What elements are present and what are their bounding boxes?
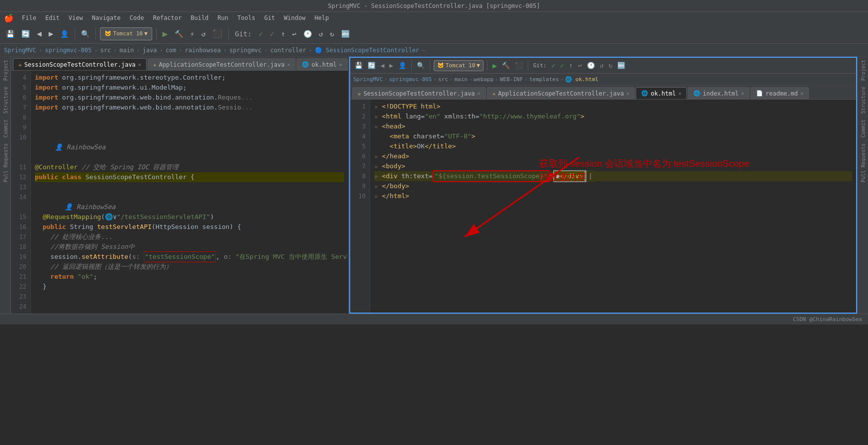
- menu-navigate[interactable]: Navigate: [88, 13, 125, 22]
- stop-button[interactable]: ⬛: [210, 28, 224, 39]
- rbc-project[interactable]: springmvc-005: [389, 76, 432, 83]
- bc-src[interactable]: src: [100, 47, 111, 54]
- bc-springmvc2[interactable]: springmvc: [229, 47, 262, 54]
- right-stop-icon[interactable]: ⬛: [513, 61, 524, 70]
- rcode-line4: <meta charset="UTF-8">: [374, 131, 852, 141]
- right-build-icon[interactable]: 🔨: [500, 61, 511, 70]
- right-code-content[interactable]: ⬦ <!DOCTYPE html> ⬦ <html lang="en" xmln…: [370, 100, 856, 313]
- search-icon[interactable]: 🔍: [79, 29, 92, 39]
- menu-run[interactable]: Run: [213, 13, 232, 22]
- translate-icon[interactable]: 🔤: [339, 29, 352, 39]
- bc-java[interactable]: java: [142, 47, 157, 54]
- tab-appscope-close[interactable]: ✕: [287, 62, 290, 67]
- right-sync-icon[interactable]: 🔄: [366, 61, 377, 70]
- run-button[interactable]: ▶: [161, 27, 170, 40]
- code-line: // 返回逻辑视图（这是一个转发的行为）: [35, 262, 344, 272]
- hotswap-icon[interactable]: ⚡: [188, 29, 196, 39]
- right-project-tab[interactable]: Project: [858, 57, 868, 84]
- rtab-appscope-close[interactable]: ✕: [626, 91, 629, 96]
- tomcat-selector[interactable]: 🐱 Tomcat 10 ▼: [100, 27, 152, 40]
- menu-edit[interactable]: Edit: [41, 13, 64, 22]
- tomcat-icon: 🐱: [104, 30, 111, 37]
- structure-panel-tab[interactable]: Structure: [0, 84, 10, 116]
- right-git-redo[interactable]: ↻: [607, 61, 614, 70]
- right-git-undo[interactable]: ↺: [598, 61, 605, 70]
- right-profile-icon[interactable]: 👤: [397, 61, 408, 70]
- tab-ok-close[interactable]: ✕: [339, 62, 342, 67]
- menu-help[interactable]: Help: [310, 13, 333, 22]
- right-forward-icon[interactable]: ▶: [388, 61, 395, 70]
- right-translate[interactable]: 🔤: [616, 61, 627, 70]
- rtab-okhtml-close[interactable]: ✕: [678, 91, 681, 96]
- bc-com[interactable]: com: [166, 47, 177, 54]
- rtab-indexhtml-close[interactable]: ✕: [741, 91, 744, 96]
- rtab-readme-close[interactable]: ✕: [800, 91, 803, 96]
- right-git-arrow[interactable]: ↑: [568, 61, 575, 70]
- rtab-appscope[interactable]: ☕ ApplicationScopeTestController.java ✕: [487, 87, 635, 99]
- restart-icon[interactable]: ↺: [199, 29, 207, 39]
- right-git-check1[interactable]: ✓: [550, 61, 557, 70]
- menu-code[interactable]: Code: [126, 13, 148, 22]
- tab-appscope-controller[interactable]: ☕ ApplicationScopeTestController.java ✕: [148, 58, 296, 70]
- menu-file[interactable]: File: [18, 13, 40, 22]
- git-redo-icon[interactable]: ↻: [328, 29, 336, 39]
- profile-icon[interactable]: 👤: [58, 29, 71, 39]
- project-panel-tab[interactable]: Project: [0, 57, 10, 84]
- rbc-main[interactable]: main: [454, 76, 468, 83]
- git-rollback-icon[interactable]: ↩: [290, 29, 298, 39]
- forward-icon[interactable]: ▶: [47, 28, 56, 39]
- git-history-icon[interactable]: 🕐: [301, 29, 314, 39]
- right-git-check2[interactable]: ✓: [559, 61, 566, 70]
- rbc-src[interactable]: src: [438, 76, 448, 83]
- rtab-session-close[interactable]: ✕: [478, 91, 481, 96]
- rtab-readme-label: readme.md: [766, 90, 798, 97]
- left-code-content[interactable]: import org.springframework.stereotype.Co…: [31, 71, 348, 314]
- rtab-session[interactable]: ☕ SessionScopeTestController.java ✕: [352, 87, 486, 99]
- right-search-icon[interactable]: 🔍: [415, 61, 426, 70]
- commit-panel-tab[interactable]: Commit: [0, 116, 10, 140]
- left-vertical-tabs: Project Structure Commit Pull Requests: [0, 57, 11, 314]
- right-save-icon[interactable]: 💾: [353, 61, 364, 70]
- bc-rainbowsea[interactable]: rainbowsea: [185, 47, 221, 54]
- right-git-rollback[interactable]: ↩: [577, 61, 583, 70]
- code-line: // 处理核心业务...: [35, 232, 344, 242]
- sync-icon[interactable]: 🔄: [19, 29, 32, 39]
- right-commit-tab[interactable]: Commit: [858, 116, 868, 140]
- right-git-history[interactable]: 🕐: [585, 61, 596, 70]
- menu-tools[interactable]: Tools: [233, 13, 259, 22]
- rbc-springmvc[interactable]: SpringMVC: [353, 76, 383, 83]
- right-back-icon[interactable]: ◀: [379, 61, 386, 70]
- bc-controller[interactable]: controller: [270, 47, 306, 54]
- tab-ok-html-left[interactable]: 🌐 ok.html ✕: [296, 58, 348, 70]
- pullrequests-panel-tab[interactable]: Pull Requests: [0, 140, 10, 185]
- right-run-icon[interactable]: ▶: [491, 60, 498, 71]
- bc-springmvc[interactable]: SpringMVC: [4, 47, 36, 54]
- tab-session-controller[interactable]: ☕ SessionScopeTestController.java ✕: [13, 58, 147, 70]
- menu-build[interactable]: Build: [187, 13, 212, 22]
- menu-view[interactable]: View: [65, 13, 87, 22]
- bc-main[interactable]: main: [119, 47, 134, 54]
- git-commit-icon[interactable]: ✓: [257, 29, 265, 39]
- rtab-readme[interactable]: 📄 readme.md ✕: [751, 87, 809, 99]
- right-pullrequests-tab[interactable]: Pull Requests: [858, 140, 868, 185]
- git-label: Git:: [233, 29, 254, 39]
- rbc-webinf[interactable]: WEB-INF: [500, 76, 523, 83]
- menu-window[interactable]: Window: [280, 13, 309, 22]
- bc-project[interactable]: springmvc-005: [45, 47, 92, 54]
- rtab-indexhtml[interactable]: 🌐 index.html ✕: [688, 87, 750, 99]
- back-icon[interactable]: ◀: [35, 28, 44, 39]
- tab-session-close[interactable]: ✕: [138, 62, 141, 67]
- git-update-icon[interactable]: ↑: [279, 29, 287, 39]
- right-structure-tab[interactable]: Structure: [858, 84, 868, 116]
- save-icon[interactable]: 💾: [4, 29, 16, 39]
- rtab-okhtml[interactable]: 🌐 ok.html ✕: [636, 87, 687, 99]
- git-undo-icon[interactable]: ↺: [317, 29, 325, 39]
- git-push-icon[interactable]: ✓: [268, 29, 276, 39]
- menu-git[interactable]: Git: [260, 13, 279, 22]
- rbc-webapp[interactable]: webapp: [474, 76, 494, 83]
- rbc-templates[interactable]: templates: [529, 76, 559, 83]
- right-tomcat-selector[interactable]: 🐱 Tomcat 10 ▼: [434, 60, 483, 71]
- build-icon[interactable]: 🔨: [173, 29, 185, 39]
- menu-refactor[interactable]: Refactor: [149, 13, 186, 22]
- rbc-okhtml[interactable]: 🌐 ok.html: [565, 76, 598, 83]
